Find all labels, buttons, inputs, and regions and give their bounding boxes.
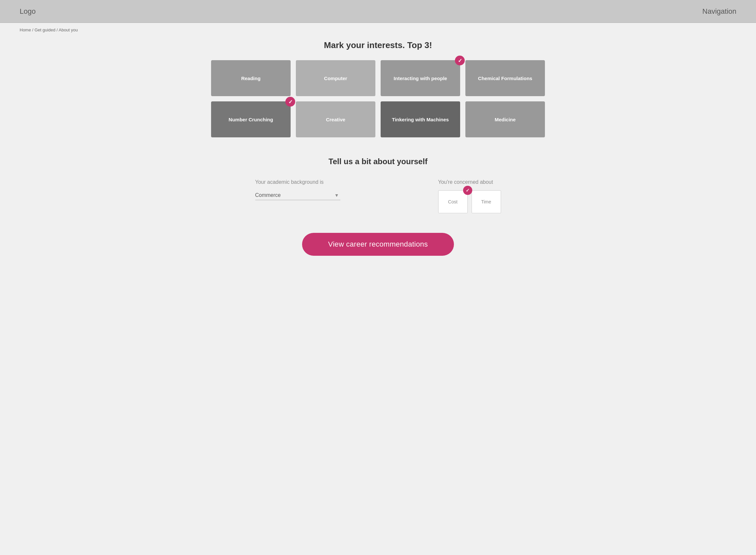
cta-wrapper: View career recommendations: [211, 233, 545, 256]
academic-field-group: Your academic background is CommerceScie…: [255, 179, 341, 200]
check-badge-icon: ✓: [455, 55, 465, 66]
academic-label: Your academic background is: [255, 179, 324, 185]
interest-card-label-reading: Reading: [238, 76, 264, 81]
concern-card-wrapper-cost: ✓Cost: [438, 190, 468, 213]
interest-card-creative[interactable]: Creative: [296, 101, 375, 137]
about-title: Tell us a bit about yourself: [211, 157, 545, 166]
logo: Logo: [19, 7, 36, 16]
concern-label: You're concerned about: [438, 179, 493, 185]
view-career-recommendations-button[interactable]: View career recommendations: [302, 233, 454, 256]
interest-card-label-computer: Computer: [321, 76, 351, 81]
concern-field-group: You're concerned about ✓CostTime: [438, 179, 501, 213]
interest-card-number-crunching[interactable]: ✓Number Crunching: [211, 101, 291, 137]
interest-card-label-number-crunching: Number Crunching: [226, 117, 277, 122]
academic-select-wrapper: CommerceScienceArtsTechnologyOther ▼: [255, 190, 341, 200]
about-fields: Your academic background is CommerceScie…: [211, 179, 545, 213]
interest-card-label-tinkering-with-machines: Tinkering with Machines: [389, 117, 452, 122]
check-badge-icon: ✓: [285, 97, 295, 106]
interest-grid: ReadingComputer✓Interacting with peopleC…: [211, 60, 545, 137]
page-header: Logo Navigation: [0, 0, 756, 23]
interest-card-chemical-formulations[interactable]: Chemical Formulations: [465, 60, 545, 96]
academic-select[interactable]: CommerceScienceArtsTechnologyOther: [255, 190, 341, 200]
interest-card-medicine[interactable]: Medicine: [465, 101, 545, 137]
concern-card-cost[interactable]: Cost: [438, 190, 468, 213]
interest-card-label-interacting-with-people: Interacting with people: [390, 76, 450, 81]
about-section: Tell us a bit about yourself Your academ…: [211, 157, 545, 213]
breadcrumb: Home / Get guided / About you: [0, 23, 756, 37]
interest-card-reading[interactable]: Reading: [211, 60, 291, 96]
interest-card-interacting-with-people[interactable]: ✓Interacting with people: [381, 60, 460, 96]
concern-card-time[interactable]: Time: [472, 190, 501, 213]
interest-card-label-chemical-formulations: Chemical Formulations: [475, 76, 536, 81]
concern-card-wrapper-time: Time: [472, 190, 501, 213]
concern-check-badge-icon: ✓: [463, 186, 472, 195]
interest-card-computer[interactable]: Computer: [296, 60, 375, 96]
main-content: Mark your interests. Top 3! ReadingCompu…: [198, 37, 558, 275]
interest-card-label-medicine: Medicine: [491, 117, 519, 122]
interests-title: Mark your interests. Top 3!: [211, 40, 545, 50]
navigation: Navigation: [702, 7, 737, 16]
interest-card-tinkering-with-machines[interactable]: Tinkering with Machines: [381, 101, 460, 137]
concern-cards: ✓CostTime: [438, 190, 501, 213]
interest-card-label-creative: Creative: [323, 117, 349, 122]
